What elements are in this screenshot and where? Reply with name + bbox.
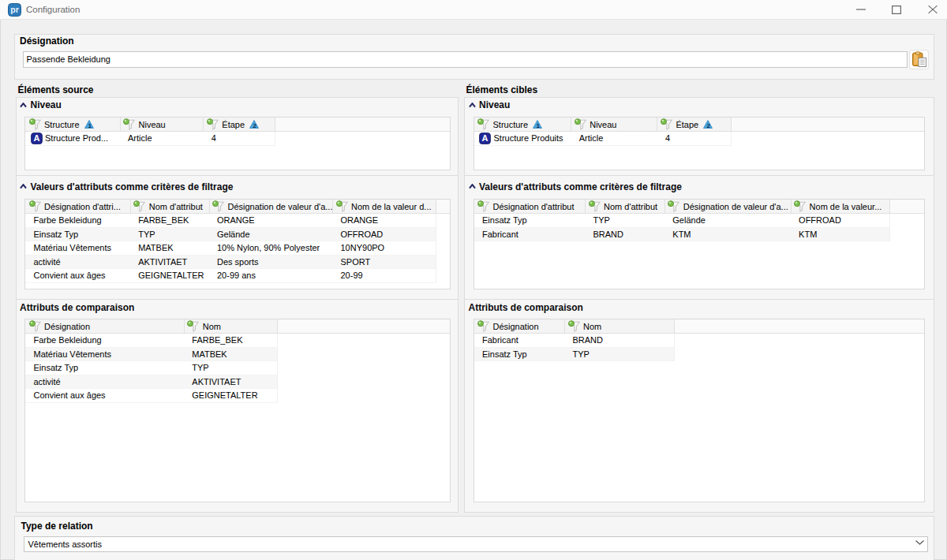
svg-text:1: 1: [537, 121, 541, 128]
svg-text:2: 2: [707, 121, 711, 128]
svg-text:A: A: [482, 134, 488, 144]
svg-text:1: 1: [88, 121, 92, 128]
svg-text:pr: pr: [10, 5, 19, 14]
svg-text:2: 2: [253, 121, 257, 128]
svg-text:A: A: [33, 134, 39, 144]
